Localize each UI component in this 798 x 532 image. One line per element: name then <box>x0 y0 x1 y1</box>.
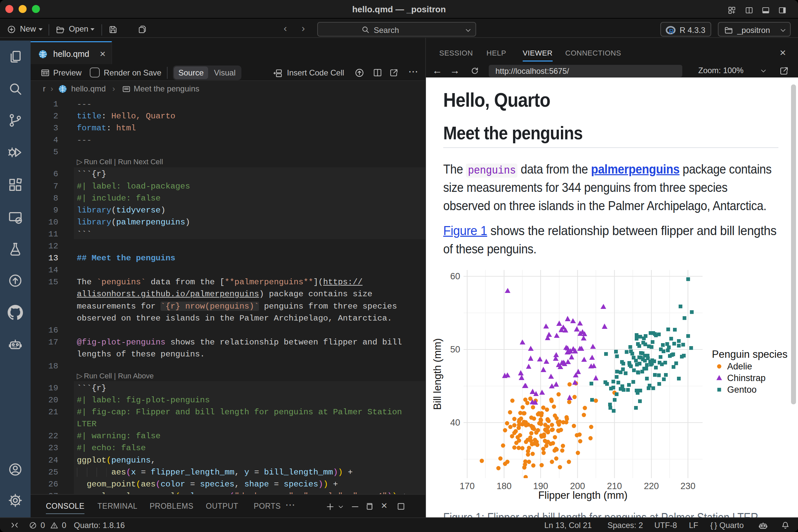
svg-text:Gentoo: Gentoo <box>727 385 757 395</box>
svg-text:Bill length (mm): Bill length (mm) <box>432 338 443 410</box>
svg-text:230: 230 <box>680 481 695 491</box>
svg-text:40: 40 <box>450 418 460 428</box>
svg-text:Adelie: Adelie <box>727 361 752 372</box>
svg-text:60: 60 <box>450 271 460 281</box>
svg-text:180: 180 <box>496 481 511 491</box>
svg-text:170: 170 <box>459 481 474 491</box>
svg-text:Flipper length (mm): Flipper length (mm) <box>538 490 628 501</box>
svg-text:220: 220 <box>644 481 659 491</box>
svg-text:Penguin species: Penguin species <box>712 348 788 360</box>
svg-text:50: 50 <box>450 344 460 355</box>
svg-text:Chinstrap: Chinstrap <box>727 373 766 383</box>
svg-text:R: R <box>669 27 674 35</box>
